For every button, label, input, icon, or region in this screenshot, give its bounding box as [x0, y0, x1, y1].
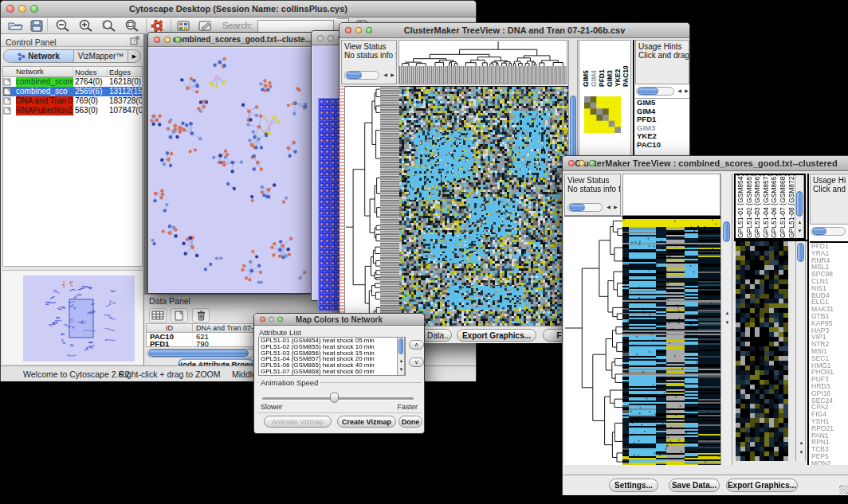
birdseye-view[interactable]	[23, 275, 135, 361]
scroll-thumb[interactable]	[723, 221, 730, 242]
scroll-left-arrow[interactable]: ◀	[605, 205, 612, 210]
help-lifesaver-icon[interactable]	[150, 19, 166, 33]
close-button[interactable]	[260, 317, 265, 322]
data-panel-hscrollbar[interactable]	[147, 349, 255, 357]
zoom-button[interactable]	[175, 37, 181, 43]
tv1-heatmap[interactable]	[399, 86, 568, 326]
move-up-button[interactable]: ∧	[409, 340, 424, 350]
zoom-button[interactable]	[277, 317, 283, 322]
network-row[interactable]: combined_scores_ 2764(0) 16218(0)	[3, 77, 142, 87]
scroll-right-arrow[interactable]: ▶	[683, 88, 690, 94]
close-button[interactable]	[154, 37, 160, 43]
column-label[interactable]: GPL51-04 (GSM857)	[763, 176, 771, 238]
tv2-heatmap[interactable]	[622, 216, 720, 465]
float-panel-icon[interactable]	[130, 36, 139, 45]
tv2-hints-scrollbar[interactable]	[811, 227, 846, 236]
column-label[interactable]: GIM4	[591, 42, 598, 87]
treeview1-title-bar[interactable]: ClusterMaker TreeView : DNA and Tran 07-…	[340, 23, 689, 38]
treeview2-title-bar[interactable]: ClusterMaker TreeView : combined_scores_…	[563, 156, 848, 171]
column-label[interactable]: GPL51-03 (GSM856)	[754, 176, 762, 238]
tv2-row-dendrogram[interactable]	[564, 216, 622, 465]
minimize-button[interactable]	[579, 160, 585, 166]
attribute-item[interactable]: GPL51-07 (GSM868) heat shock 60 min	[259, 369, 396, 375]
new-attribute-icon[interactable]	[171, 308, 188, 322]
tv1-status-scrollbar[interactable]	[344, 71, 379, 80]
gene-label[interactable]: PFD1	[635, 115, 689, 124]
tv2-heatmap-vscrollbar[interactable]: ▲ ▼	[720, 174, 732, 465]
scroll-left-arrow[interactable]: ◀	[676, 88, 683, 94]
zoom-button[interactable]	[30, 5, 38, 13]
gene-label[interactable]: GIM5	[635, 99, 689, 107]
tv2-column-dendrogram[interactable]	[622, 174, 720, 216]
scroll-thumb[interactable]	[797, 243, 804, 262]
col-header-id[interactable]: ID	[147, 324, 193, 332]
column-label[interactable]: GPL51-07 (GSM868)	[779, 176, 787, 238]
column-label[interactable]: PAC10	[622, 42, 630, 87]
column-label[interactable]: GIM5	[583, 42, 590, 87]
resize-grip[interactable]	[839, 485, 848, 494]
zoom-button[interactable]	[589, 160, 595, 166]
column-label[interactable]: GPL51-06 (GSM865)	[771, 176, 779, 238]
close-button[interactable]	[6, 5, 14, 13]
network-row[interactable]: DNA and Tran 07 769(0) 183728(0)	[3, 96, 142, 106]
tv1-mini-heatmap[interactable]	[584, 96, 621, 133]
gene-label[interactable]: MON2	[810, 460, 848, 465]
delete-attribute-trash-icon[interactable]	[192, 308, 210, 322]
tv2-genes-scrollbar[interactable]: ▲ ▼	[795, 241, 806, 461]
listbox-scrollbar[interactable]: ▲ ▼	[397, 338, 405, 375]
vizmapper-grid-icon[interactable]	[176, 20, 190, 32]
create-vizmap-button[interactable]: Create Vizmap	[337, 416, 396, 428]
table-view-icon[interactable]	[149, 308, 167, 322]
network-canvas[interactable]	[149, 48, 313, 293]
network-window-title-bar[interactable]: combined_scores_good.txt--cluste...	[148, 33, 314, 47]
tv1-row-dendrogram[interactable]	[345, 86, 399, 326]
zoom-selected-icon[interactable]	[100, 19, 118, 33]
network-row[interactable]: combined_sco 2569(6) 13112(15)	[3, 87, 142, 96]
minimize-button[interactable]	[164, 37, 171, 43]
animate-vizmap-button[interactable]: Animate Vizmap	[264, 416, 332, 428]
zoom-button[interactable]	[366, 27, 372, 33]
zoom-out-icon[interactable]	[54, 19, 72, 33]
close-button[interactable]	[317, 35, 324, 41]
tab-network[interactable]: Network	[4, 50, 74, 62]
network-table-header[interactable]: Network Nodes Edges	[3, 67, 142, 77]
tv2-labels-scrollbar[interactable]: ▲ ▼	[795, 175, 804, 238]
main-title-bar[interactable]: Cytoscape Desktop (Session Name: collins…	[1, 1, 476, 18]
attribute-listbox[interactable]: GPL51-01 (GSM854) heat shock 05 minGPL51…	[258, 337, 406, 376]
dialog-title-bar[interactable]: Map Colors to Network	[254, 314, 424, 326]
close-button[interactable]	[568, 160, 575, 166]
tv1-column-dendrogram[interactable]	[398, 40, 567, 84]
move-down-button[interactable]: ∨	[409, 357, 424, 367]
scroll-thumb[interactable]	[570, 96, 576, 161]
minimize-button[interactable]	[18, 5, 26, 13]
tab-overflow-arrow[interactable]: ▶	[128, 50, 140, 62]
minimize-button[interactable]	[269, 317, 274, 322]
column-label[interactable]: GPL51-02 (GSM855)	[746, 176, 754, 238]
settings-button[interactable]: Settings...	[609, 479, 658, 492]
gene-label[interactable]: YKE2	[635, 132, 689, 141]
tv1-hints-scrollbar[interactable]	[636, 87, 674, 96]
column-label[interactable]: GIM3	[607, 42, 614, 87]
tab-vizmapper[interactable]: VizMapper™	[74, 50, 128, 62]
scroll-left-arrow[interactable]: ◀	[382, 72, 389, 78]
scroll-up-arrow[interactable]: ▲	[796, 220, 803, 225]
export-graphics-button[interactable]: Export Graphics...	[726, 479, 798, 492]
tv2-detail-heatmap[interactable]	[736, 241, 788, 461]
tv1-global-strip[interactable]	[340, 86, 345, 326]
minimize-button[interactable]	[355, 27, 362, 33]
scroll-right-arrow[interactable]: ▶	[389, 72, 396, 78]
scroll-down-arrow[interactable]: ▼	[724, 320, 731, 326]
scroll-down-arrow[interactable]: ▼	[798, 450, 805, 455]
speed-slider-thumb[interactable]	[330, 393, 339, 403]
zoom-in-icon[interactable]	[77, 19, 95, 33]
open-file-icon[interactable]	[7, 20, 23, 32]
export-graphics-button[interactable]: Export Graphics...	[457, 329, 536, 342]
done-button[interactable]: Done	[398, 416, 422, 428]
column-label[interactable]: PFD1	[599, 42, 606, 87]
scroll-up-arrow[interactable]: ▲	[798, 440, 805, 446]
scroll-up-arrow[interactable]: ▲	[724, 311, 731, 316]
save-file-icon[interactable]	[29, 20, 44, 32]
annotation-icon[interactable]	[198, 20, 213, 32]
gene-label[interactable]: PAC10	[635, 141, 689, 150]
scroll-right-arrow[interactable]: ▶	[612, 205, 619, 210]
